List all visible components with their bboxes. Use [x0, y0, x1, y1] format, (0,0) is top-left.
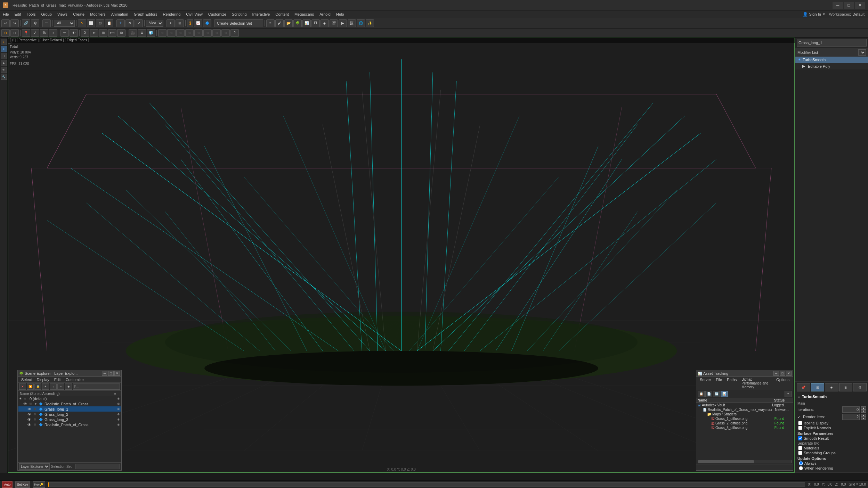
sign-in-button[interactable]: Sign In	[809, 12, 821, 16]
object-name-field[interactable]	[797, 39, 867, 47]
at-menu-paths[interactable]: Paths	[725, 377, 739, 389]
make-preview-button[interactable]: 🎥	[129, 29, 137, 37]
render-button[interactable]: 🎬	[330, 19, 338, 27]
viewport-header[interactable]: [ + ] [ Perspective ] [ User Defined ] […	[8, 38, 795, 43]
material-editor-button[interactable]: ◈	[321, 19, 329, 27]
at-help-btn[interactable]: ?	[785, 391, 792, 397]
se-grass3[interactable]: 👁 ◾ 🔷 Grass_long_3 ❄	[18, 417, 121, 422]
at-row-grass1[interactable]: 🖼 Grass_1_diffuse.png Found	[696, 416, 793, 421]
utility-panel-button[interactable]: 🔧	[1, 74, 7, 80]
select-window-crossing-button[interactable]: ⊡	[96, 19, 104, 27]
extras9-button[interactable]: ?	[230, 29, 239, 37]
at-menu-server[interactable]: Server	[698, 377, 713, 389]
spinner-snap-button[interactable]: ↕	[49, 29, 57, 37]
timeline[interactable]	[48, 482, 805, 487]
viewport[interactable]: [ + ] [ Perspective ] [ User Defined ] […	[8, 38, 795, 473]
se-menu-edit[interactable]: Edit	[52, 377, 63, 382]
se-layer-0[interactable]: 👁 ◾ 0 (default) ❄	[18, 396, 121, 401]
at-tb2[interactable]: 📄	[705, 391, 712, 397]
unlink-button[interactable]: ⛓	[31, 19, 39, 27]
extras7-button[interactable]: ◾	[212, 29, 221, 37]
se-close-filter-btn[interactable]: ✕	[19, 383, 26, 390]
at-scrollbar-thumb[interactable]	[698, 460, 754, 463]
se-options1-btn[interactable]: ≡	[57, 383, 64, 390]
scene-explorer-button[interactable]: 🌳	[293, 19, 302, 27]
menu-views[interactable]: Views	[55, 10, 70, 18]
menu-civil-view[interactable]: Civil View	[183, 10, 205, 18]
menu-help[interactable]: Help	[333, 10, 347, 18]
se-close-btn[interactable]: ✕	[114, 371, 120, 376]
extras4-button[interactable]: ◾	[185, 29, 194, 37]
select-link-button[interactable]: 🔗	[22, 19, 30, 27]
create-panel-button[interactable]: +	[1, 39, 7, 45]
menu-modifiers[interactable]: Modifiers	[87, 10, 108, 18]
quick-render-button[interactable]: ▶	[339, 19, 347, 27]
iterations-input[interactable]	[842, 406, 860, 413]
layer-manager-button[interactable]: 📂	[284, 19, 293, 27]
configure-modifier-sets-btn[interactable]: ⚙	[853, 383, 867, 391]
at-row-grass2[interactable]: 🖼 Grass_2_diffuse.png Found	[696, 421, 793, 425]
set-key2-btn[interactable]: Set Key	[15, 481, 30, 488]
turbosmooth-modifier[interactable]: 👁 TurboSmooth	[795, 57, 868, 63]
percent-snap-button[interactable]: %	[40, 29, 48, 37]
maximize-button[interactable]: □	[844, 2, 854, 9]
at-menu-file[interactable]: File	[714, 377, 724, 389]
align-button[interactable]: ⊞	[176, 19, 184, 27]
menu-file[interactable]: File	[0, 10, 12, 18]
remove-modifier-btn[interactable]: 🗑	[839, 383, 853, 391]
at-row-grass3[interactable]: 🖼 Grass_3_diffuse.png Found	[696, 425, 793, 430]
render-iters-down[interactable]: ▼	[861, 417, 866, 420]
undo-button[interactable]: ↩	[1, 19, 10, 27]
selection-sets-button[interactable]: □	[10, 29, 19, 37]
viewport-config-button[interactable]: ⚙	[138, 29, 146, 37]
editable-poly-modifier[interactable]: ▶ Editable Poly	[795, 63, 868, 69]
menu-megascans[interactable]: Megascans	[292, 10, 317, 18]
menu-scripting[interactable]: Scripting	[229, 10, 250, 18]
se-maximize-btn[interactable]: □	[108, 371, 114, 376]
se-selection-set-input[interactable]	[75, 464, 120, 469]
render-iters-input[interactable]	[842, 414, 860, 420]
se-grass2[interactable]: 👁 ◾ 🔷 Grass_long_2 ❄	[18, 412, 121, 417]
minimize-button[interactable]: ─	[833, 2, 843, 9]
select-region-button[interactable]: ⬜	[87, 19, 95, 27]
effects-button[interactable]: ✨	[366, 19, 374, 27]
extras2-button[interactable]: ◾	[167, 29, 176, 37]
view-cube-button[interactable]: 🧊	[147, 29, 155, 37]
extras1-button[interactable]: ◾	[158, 29, 167, 37]
spacing-tool-button[interactable]: ⟺	[108, 29, 116, 37]
workspace-name[interactable]: Default	[852, 12, 865, 16]
extras5-button[interactable]: ◾	[194, 29, 203, 37]
se-search-input[interactable]	[73, 383, 120, 390]
move-button[interactable]: ✛	[116, 19, 125, 27]
at-menu-options[interactable]: Options	[774, 377, 792, 389]
se-filter-btn[interactable]: 🔽	[27, 383, 34, 390]
at-menu-bitmap-perf[interactable]: Bitmap Performance and Memory	[739, 377, 773, 389]
at-tb4[interactable]: 📊	[721, 391, 728, 397]
close-button[interactable]: ✕	[855, 2, 865, 9]
se-minimize-btn[interactable]: ─	[102, 371, 107, 376]
menu-animation[interactable]: Animation	[108, 10, 131, 18]
schematic-view-button[interactable]: 🔷	[203, 19, 211, 27]
environment-button[interactable]: 🌐	[357, 19, 365, 27]
rotate-button[interactable]: ↻	[125, 19, 134, 27]
se-menu-display[interactable]: Display	[35, 377, 51, 382]
edit-named-selections-button[interactable]: ✏	[60, 29, 69, 37]
mirror-button[interactable]: ⫾	[167, 19, 175, 27]
materials-checkbox[interactable]	[798, 446, 802, 450]
menu-tools[interactable]: Tools	[24, 10, 39, 18]
menu-customize[interactable]: Customize	[205, 10, 229, 18]
extras8-button[interactable]: ◾	[221, 29, 230, 37]
at-maximize-btn[interactable]: □	[780, 371, 785, 376]
at-tb1[interactable]: 📋	[698, 391, 705, 397]
layer-explorer-dropdown[interactable]: Layer Explorer	[19, 463, 50, 470]
se-options2-btn[interactable]: ◈	[65, 383, 72, 390]
at-row-maxfile[interactable]: 📄 Realistic_Patch_of_Grass_max_vray.max …	[696, 407, 793, 412]
xform-button[interactable]: X	[81, 29, 89, 37]
smoothing-groups-checkbox[interactable]	[798, 451, 802, 455]
pin-icon-btn[interactable]: 📌	[797, 383, 810, 391]
explicit-normals-checkbox[interactable]	[798, 426, 802, 430]
curve-editor-button[interactable]: 📈	[194, 19, 202, 27]
object-paint-button[interactable]: 🖌	[275, 19, 284, 27]
at-scrollbar[interactable]	[698, 460, 792, 463]
reference-coord-dropdown[interactable]: View	[146, 20, 163, 27]
